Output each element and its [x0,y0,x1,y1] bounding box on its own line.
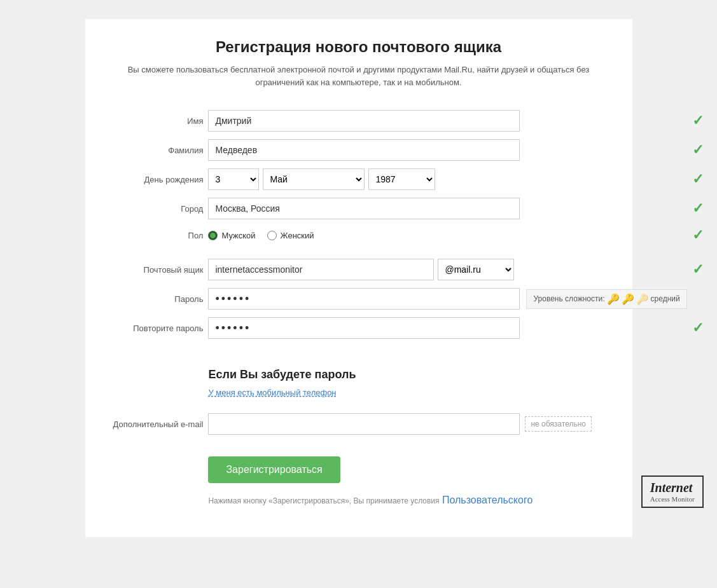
name-check-icon: ✓ [692,113,704,128]
footer-link[interactable]: Пользовательского [442,495,533,505]
city-check-icon: ✓ [692,200,704,216]
city-label: Город [111,194,206,223]
watermark-access: Access Monitor [650,495,695,503]
password-repeat-input[interactable] [208,317,520,339]
email-label: Почтовый ящик [111,255,206,284]
password-group: Уровень сложности: 🔑 🔑 🔑 средний [208,288,686,310]
gender-female-label: Женский [281,231,314,240]
email-group: @mail.ru @inbox.ru @list.ru @bk.ru [208,259,686,280]
gender-female-radio[interactable] [267,231,277,240]
gender-male-option[interactable]: Мужской [208,231,255,240]
dob-month-select[interactable]: ЯнварьФевральМартАпрель МайИюньИюльАвгус… [263,168,365,190]
gender-label: Пол [111,223,206,247]
forgot-password-link[interactable]: У меня есть мобильный телефон [208,388,336,397]
page-title: Регистрация нового почтового ящика [111,38,607,56]
complexity-level: средний [651,294,680,303]
name-label: Имя [111,106,206,135]
extra-email-hint: не обязательно [525,416,592,432]
password-input[interactable] [208,288,520,310]
password-repeat-label: Повторите пароль [111,313,206,343]
password-label: Пароль [111,284,206,313]
extra-email-label: Дополнительный e-mail [111,409,206,439]
footer-text: Нажимая кнопку «Зарегистрироваться», Вы … [208,496,439,505]
key-icon-3: 🔑 [636,293,649,305]
page-subtitle: Вы сможете пользоваться бесплатной элект… [111,64,607,88]
dob-check-icon: ✓ [692,171,704,187]
surname-input[interactable] [208,139,520,161]
forgot-password-title: Если Вы забудете пароль [208,368,703,381]
key-icon-2: 🔑 [622,293,634,305]
gender-group: Мужской Женский [208,231,686,240]
watermark: Internet Access Monitor [641,475,704,508]
name-input[interactable] [208,110,520,132]
gender-female-option[interactable]: Женский [267,231,314,240]
email-domain-select[interactable]: @mail.ru @inbox.ru @list.ru @bk.ru [438,259,514,280]
password-repeat-check-icon: ✓ [692,320,704,336]
extra-email-input[interactable] [208,413,520,435]
register-button[interactable]: Зарегистрироваться [208,456,340,483]
complexity-box: Уровень сложности: 🔑 🔑 🔑 средний [526,289,686,309]
gender-male-label: Мужской [221,231,255,240]
dob-day-select[interactable]: 3 1245 [208,168,259,190]
surname-check-icon: ✓ [692,142,704,158]
key-icon-1: 🔑 [607,293,620,305]
surname-label: Фамилия [111,135,206,165]
watermark-internet: Internet [650,481,695,495]
gender-male-radio[interactable] [208,231,218,240]
complexity-label: Уровень сложности: [533,294,604,303]
email-input[interactable] [208,259,434,280]
gender-check-icon: ✓ [692,227,704,243]
city-input[interactable] [208,198,520,219]
dob-year-select[interactable]: 1987 198619881990 [368,168,435,190]
dob-label: День рождения [111,165,206,194]
email-check-icon: ✓ [692,261,704,277]
